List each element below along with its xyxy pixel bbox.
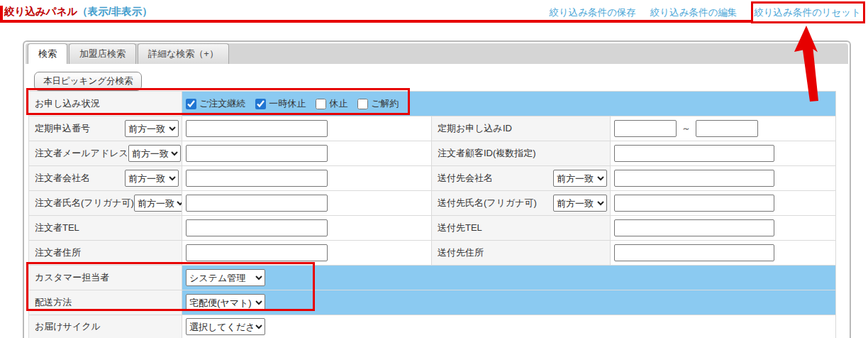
shipping-tel-input[interactable]: [614, 219, 774, 236]
row-order-no: 定期申込番号 前方一致 定期お申し込みID ～: [29, 116, 836, 141]
visibility-toggle-link[interactable]: （表示/非表示）: [77, 6, 152, 17]
subscription-id-from-input[interactable]: [614, 120, 677, 137]
orderer-tel-input[interactable]: [186, 219, 328, 236]
orderer-email-match-select[interactable]: 前方一致: [128, 145, 181, 162]
orderer-address-input[interactable]: [186, 244, 328, 261]
filter-panel-screen: 絞り込みパネル（表示/非表示） 絞り込み条件の保存 絞り込み条件の編集 絞り込み…: [0, 0, 868, 338]
customer-rep-select[interactable]: システム管理: [186, 269, 265, 286]
label-orderer-company: 注文者会社名: [35, 172, 90, 185]
pause-checkbox[interactable]: [316, 99, 326, 109]
tab-bar: 検索 加盟店検索 詳細な検索（+）: [26, 43, 848, 64]
label-orderer-email: 注文者メールアドレス: [35, 147, 128, 160]
label-shipping-company: 送付先会社名: [438, 172, 493, 185]
shipping-name-match-select[interactable]: 前方一致: [553, 195, 607, 212]
label-orderer-name: 注文者氏名(フリガナ可): [35, 197, 134, 209]
checkbox-pause[interactable]: 休止: [316, 97, 347, 110]
today-picking-search-button[interactable]: 本日ピッキング分検索: [34, 72, 142, 91]
row-application-status: お申し込み状況 ご注文継続 一時休止 休止: [29, 92, 836, 116]
row-delivery-cycle: お届けサイクル 選択してください: [29, 315, 836, 338]
cancel-checkbox[interactable]: [357, 99, 368, 109]
row-company: 注文者会社名 前方一致 送付先会社名 前方一致: [29, 166, 836, 191]
filter-table: お申し込み状況 ご注文継続 一時休止 休止: [28, 91, 836, 338]
row-tel: 注文者TEL 送付先TEL: [29, 216, 836, 241]
row-address: 注文者住所 送付先住所: [29, 241, 836, 266]
shipping-method-select[interactable]: 宅配便(ヤマト): [186, 294, 265, 311]
reset-conditions-link[interactable]: 絞り込み条件のリセット: [754, 6, 861, 19]
shipping-name-input[interactable]: [614, 195, 774, 212]
checkbox-cancel[interactable]: ご解約: [357, 97, 399, 110]
order-continue-label: ご注文継続: [199, 97, 245, 110]
order-no-input[interactable]: [186, 120, 328, 137]
temp-pause-label: 一時休止: [269, 97, 306, 110]
shipping-address-input[interactable]: [614, 244, 774, 261]
cancel-label: ご解約: [371, 97, 399, 110]
orderer-name-input[interactable]: [186, 195, 328, 212]
page-title-text: 絞り込みパネル: [4, 6, 77, 17]
page-title: 絞り込みパネル（表示/非表示）: [4, 5, 152, 18]
label-order-no: 定期申込番号: [35, 122, 90, 135]
save-conditions-link[interactable]: 絞り込み条件の保存: [549, 6, 635, 19]
row-shipping-method: 配送方法 宅配便(ヤマト): [29, 290, 836, 315]
row-name: 注文者氏名(フリガナ可) 前方一致 送付先氏名(フリガナ可) 前方一致: [29, 191, 836, 216]
label-shipping-address: 送付先住所: [438, 246, 484, 259]
label-orderer-tel: 注文者TEL: [35, 222, 79, 234]
row-orderer-email: 注文者メールアドレス 前方一致 注文者顧客ID(複数指定): [29, 141, 836, 166]
label-shipping-tel: 送付先TEL: [438, 222, 482, 234]
checkbox-order-continue[interactable]: ご注文継続: [186, 97, 245, 110]
temp-pause-checkbox[interactable]: [255, 99, 266, 109]
order-continue-checkbox[interactable]: [186, 99, 196, 109]
pause-label: 休止: [329, 97, 347, 110]
orderer-company-input[interactable]: [186, 170, 328, 187]
subscription-id-to-input[interactable]: [696, 120, 758, 137]
orderer-company-match-select[interactable]: 前方一致: [125, 170, 179, 187]
orderer-customer-id-input[interactable]: [614, 145, 774, 162]
edit-conditions-link[interactable]: 絞り込み条件の編集: [650, 6, 737, 19]
label-orderer-customer-id: 注文者顧客ID(複数指定): [438, 147, 536, 160]
label-orderer-address: 注文者住所: [35, 246, 81, 259]
orderer-email-input[interactable]: [186, 145, 328, 162]
label-shipping-method: 配送方法: [35, 296, 72, 309]
header-actions: 絞り込み条件の保存 絞り込み条件の編集 絞り込み条件のリセット: [549, 6, 861, 19]
orderer-name-match-select[interactable]: 前方一致: [134, 195, 182, 212]
tab-search[interactable]: 検索: [28, 43, 67, 64]
label-customer-rep: カスタマー担当者: [35, 271, 109, 284]
checkbox-temp-pause[interactable]: 一時休止: [255, 97, 306, 110]
label-subscription-id: 定期お申し込みID: [438, 122, 512, 135]
shipping-company-match-select[interactable]: 前方一致: [553, 170, 607, 187]
status-checkbox-group: ご注文継続 一時休止 休止 ご解約: [182, 92, 835, 116]
label-application-status: お申し込み状況: [35, 97, 100, 110]
label-delivery-cycle: お届けサイクル: [35, 320, 101, 333]
label-shipping-name: 送付先氏名(フリガナ可): [438, 197, 537, 209]
tab-advanced-search[interactable]: 詳細な検索（+）: [138, 43, 229, 64]
tab-merchant-search[interactable]: 加盟店検索: [69, 43, 136, 64]
filter-panel: 検索 加盟店検索 詳細な検索（+） 本日ピッキング分検索 お申し込み状況 ご注文…: [23, 40, 851, 338]
order-no-match-select[interactable]: 前方一致: [125, 120, 179, 137]
range-separator: ～: [681, 122, 691, 135]
shipping-company-input[interactable]: [614, 170, 774, 187]
delivery-cycle-select[interactable]: 選択してください: [186, 318, 265, 335]
row-customer-rep: カスタマー担当者 システム管理: [29, 266, 836, 290]
